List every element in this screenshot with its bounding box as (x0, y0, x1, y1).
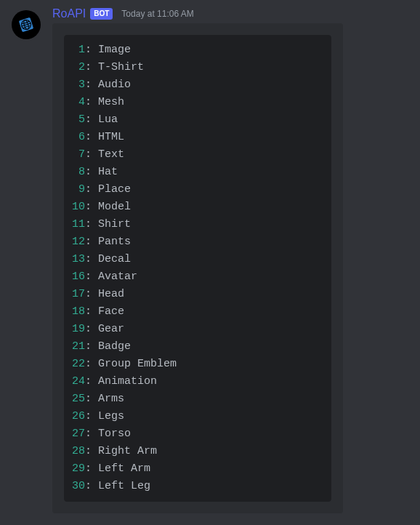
code-line: 28: Right Arm (72, 443, 323, 460)
globe-box-icon (17, 15, 36, 34)
line-value: Place (98, 183, 131, 196)
colon: : (85, 270, 98, 283)
line-value: Decal (98, 253, 131, 265)
line-number: 28 (72, 445, 85, 457)
code-line: 1: Image (72, 41, 323, 59)
message-header: RoAPI BOT Today at 11:06 AM (52, 7, 408, 20)
colon: : (85, 288, 98, 300)
code-line: 26: Legs (72, 408, 323, 425)
code-line: 30: Left Leg (72, 478, 323, 495)
avatar[interactable] (12, 10, 41, 39)
line-number: 27 (72, 428, 85, 440)
line-value: Pants (98, 236, 131, 248)
username[interactable]: RoAPI (52, 7, 86, 20)
code-line: 8: Hat (72, 164, 323, 181)
colon: : (85, 253, 98, 265)
code-line: 27: Torso (72, 425, 323, 443)
colon: : (85, 148, 98, 161)
timestamp: Today at 11:06 AM (121, 9, 193, 19)
colon: : (85, 358, 98, 370)
line-number: 19 (72, 323, 85, 335)
code-line: 16: Avatar (72, 268, 323, 286)
colon: : (85, 480, 98, 492)
line-value: Model (98, 201, 131, 213)
line-value: Avatar (98, 270, 137, 283)
code-line: 21: Badge (72, 338, 323, 356)
line-number: 24 (72, 375, 85, 388)
code-line: 3: Audio (72, 76, 323, 94)
bot-tag: BOT (90, 8, 113, 20)
line-number: 9 (72, 183, 85, 196)
colon: : (85, 428, 98, 440)
line-number: 21 (72, 340, 85, 353)
code-line: 5: Lua (72, 111, 323, 129)
colon: : (85, 305, 98, 318)
line-number: 13 (72, 253, 85, 265)
line-value: Image (98, 44, 131, 56)
line-number: 22 (72, 358, 85, 370)
embed: 1: Image 2: T-Shirt 3: Audio 4: Mesh 5: … (52, 23, 343, 513)
line-number: 8 (72, 166, 85, 178)
colon: : (85, 131, 98, 143)
line-number: 17 (72, 288, 85, 300)
line-number: 25 (72, 393, 85, 405)
line-value: Badge (98, 340, 131, 353)
line-value: Torso (98, 428, 131, 440)
colon: : (85, 166, 98, 178)
line-value: Right Arm (98, 445, 157, 457)
line-number: 10 (72, 201, 85, 213)
code-line: 7: Text (72, 146, 323, 164)
line-number: 18 (72, 305, 85, 318)
line-number: 5 (72, 113, 85, 126)
code-line: 24: Animation (72, 373, 323, 390)
line-value: T-Shirt (98, 61, 144, 73)
colon: : (85, 236, 98, 248)
colon: : (85, 393, 98, 405)
code-line: 4: Mesh (72, 94, 323, 111)
code-line: 29: Left Arm (72, 460, 323, 478)
colon: : (85, 183, 98, 196)
code-line: 2: T-Shirt (72, 59, 323, 76)
colon: : (85, 410, 98, 422)
colon: : (85, 113, 98, 126)
colon: : (85, 375, 98, 388)
line-number: 3 (72, 79, 85, 91)
colon: : (85, 218, 98, 231)
colon: : (85, 340, 98, 353)
message-content: RoAPI BOT Today at 11:06 AM 1: Image 2: … (52, 7, 408, 513)
line-number: 6 (72, 131, 85, 143)
line-value: Left Arm (98, 462, 150, 475)
code-line: 17: Head (72, 286, 323, 303)
code-line: 25: Arms (72, 390, 323, 408)
line-value: Lua (98, 113, 118, 126)
line-value: Arms (98, 393, 124, 405)
code-line: 12: Pants (72, 233, 323, 251)
message-container: RoAPI BOT Today at 11:06 AM 1: Image 2: … (0, 0, 420, 521)
colon: : (85, 96, 98, 108)
line-value: Mesh (98, 96, 124, 108)
code-line: 22: Group Emblem (72, 356, 323, 373)
line-value: Head (98, 288, 124, 300)
line-number: 7 (72, 148, 85, 161)
colon: : (85, 44, 98, 56)
colon: : (85, 323, 98, 335)
line-number: 1 (72, 44, 85, 56)
colon: : (85, 61, 98, 73)
code-line: 11: Shirt (72, 216, 323, 233)
code-line: 13: Decal (72, 251, 323, 268)
line-number: 30 (72, 480, 85, 492)
line-number: 16 (72, 270, 85, 283)
colon: : (85, 201, 98, 213)
line-number: 11 (72, 218, 85, 231)
line-number: 26 (72, 410, 85, 422)
line-value: Face (98, 305, 124, 318)
code-line: 19: Gear (72, 321, 323, 338)
line-value: Animation (98, 375, 157, 388)
colon: : (85, 445, 98, 457)
line-value: Legs (98, 410, 124, 422)
colon: : (85, 462, 98, 475)
line-value: Shirt (98, 218, 131, 231)
line-value: Left Leg (98, 480, 150, 492)
line-number: 4 (72, 96, 85, 108)
line-number: 29 (72, 462, 85, 475)
